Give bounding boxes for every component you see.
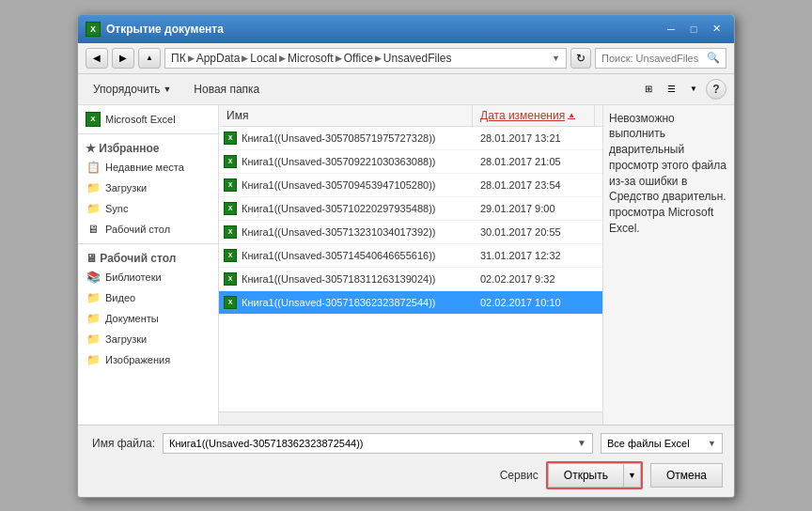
filetype-dropdown-arrow[interactable]: ▼: [708, 439, 716, 448]
filename-label: Имя файла:: [89, 437, 155, 450]
sidebar: X Microsoft Excel ★ Избранное 📋 Недавние…: [78, 105, 219, 425]
file-name-cell: X Книга1((Unsaved-305718362323872544)): [219, 293, 473, 312]
file-list-container: Имя Дата изменения ▲ Тип Разме X: [219, 105, 602, 425]
help-button[interactable]: ?: [706, 79, 726, 100]
file-type: Двоичный лист ...: [595, 154, 602, 169]
sidebar-item-sync[interactable]: 📁 Sync: [78, 198, 218, 219]
sidebar-item-downloads[interactable]: 📁 Загрузки: [78, 178, 218, 198]
sidebar-excel-label: Microsoft Excel: [105, 114, 176, 125]
table-row[interactable]: X Книга1((Unsaved-305708571975727328)) 2…: [219, 127, 602, 150]
sort-arrow: ▲: [568, 111, 575, 119]
search-box[interactable]: 🔍: [595, 48, 726, 69]
filetype-value: Все файлы Excel: [607, 438, 690, 449]
sidebar-item-documents[interactable]: 📁 Документы: [78, 308, 218, 329]
sidebar-divider-1: [78, 133, 218, 134]
col-header-date[interactable]: Дата изменения ▲: [473, 105, 595, 126]
file-icon: X: [223, 131, 238, 146]
filename-input[interactable]: Книга1((Unsaved-305718362323872544)) ▼: [163, 433, 593, 454]
view-icons: ⊞ ☰ ▼ ?: [638, 79, 726, 100]
action-row: Сервис Открыть ▼ Отмена: [89, 461, 723, 489]
up-button[interactable]: ▲: [138, 48, 161, 69]
maximize-button[interactable]: □: [683, 21, 704, 38]
sidebar-item-recent[interactable]: 📋 Недавние места: [78, 157, 218, 178]
file-icon: X: [223, 248, 238, 263]
path-local: Local: [250, 52, 277, 65]
filetype-combo[interactable]: Все файлы Excel ▼: [601, 433, 723, 454]
col-header-name[interactable]: Имя: [219, 105, 473, 126]
file-icon: X: [223, 295, 238, 310]
sidebar-images-label: Изображения: [105, 354, 170, 365]
back-button[interactable]: ◀: [86, 48, 108, 69]
table-row[interactable]: X Книга1((Unsaved-305710220297935488)) 2…: [219, 197, 602, 221]
file-name-cell: X Книга1((Unsaved-305709221030363088)): [219, 152, 473, 171]
sidebar-item-excel[interactable]: X Microsoft Excel: [78, 109, 218, 130]
file-type: Двоичный лист ...: [595, 225, 602, 240]
file-list-header: Имя Дата изменения ▲ Тип Разме: [219, 105, 602, 127]
file-name: Книга1((Unsaved-305713231034017392)): [242, 226, 435, 238]
col-header-type[interactable]: Тип: [595, 105, 602, 126]
file-icon: X: [223, 201, 238, 216]
sidebar-downloads-label: Загрузки: [105, 182, 147, 194]
path-box[interactable]: ПК ▶ AppData ▶ Local ▶ Microsoft ▶ Offic…: [164, 48, 567, 69]
view-dropdown-button[interactable]: ▼: [683, 79, 704, 100]
file-name: Книга1((Unsaved-305710220297935488)): [242, 203, 435, 214]
table-row[interactable]: X Книга1((Unsaved-305709453947105280)) 2…: [219, 174, 602, 197]
file-list: X Книга1((Unsaved-305708571975727328)) 2…: [219, 127, 602, 411]
table-row[interactable]: X Книга1((Unsaved-305709221030363088)) 2…: [219, 150, 602, 174]
sidebar-item-desktop[interactable]: 🖥 Рабочий стол: [78, 219, 218, 240]
sync-icon: 📁: [86, 201, 101, 216]
file-name-cell: X Книга1((Unsaved-305718311263139024)): [219, 270, 473, 288]
table-row[interactable]: X Книга1((Unsaved-305718311263139024)) 0…: [219, 268, 602, 291]
table-row[interactable]: X Книга1((Unsaved-305714540646655616)) 3…: [219, 244, 602, 268]
table-row[interactable]: X Книга1((Unsaved-305713231034017392)) 3…: [219, 221, 602, 244]
horizontal-scrollbar[interactable]: [219, 411, 602, 425]
sidebar-item-libraries[interactable]: 📚 Библиотеки: [78, 267, 218, 287]
new-folder-button[interactable]: Новая папка: [186, 78, 267, 101]
dialog-title: Открытие документа: [106, 23, 224, 36]
recent-icon: 📋: [86, 160, 101, 175]
file-type: Двоичный лист ...: [595, 201, 602, 216]
file-name: Книга1((Unsaved-305709453947105280)): [242, 179, 435, 191]
path-dropdown-arrow[interactable]: ▼: [552, 54, 560, 63]
view-grid-button[interactable]: ⊞: [638, 79, 659, 100]
sidebar-item-downloads2[interactable]: 📁 Загрузки: [78, 329, 218, 349]
file-type: Двоичный лист ...: [595, 131, 602, 146]
search-icon: 🔍: [707, 52, 720, 64]
file-date: 28.01.2017 23:54: [473, 178, 595, 193]
file-date: 02.02.2017 9:32: [473, 271, 595, 286]
cancel-button[interactable]: Отмена: [650, 463, 723, 488]
organize-button[interactable]: Упорядочить ▼: [86, 78, 179, 101]
path-appdata: AppData: [196, 52, 241, 65]
sidebar-sync-label: Sync: [105, 203, 128, 214]
address-bar: ◀ ▶ ▲ ПК ▶ AppData ▶ Local ▶ Microsoft ▶…: [78, 43, 734, 74]
sidebar-divider-2: [78, 243, 218, 244]
search-input[interactable]: [601, 53, 707, 64]
sidebar-item-video[interactable]: 📁 Видео: [78, 287, 218, 308]
filename-dropdown-arrow[interactable]: ▼: [577, 438, 586, 448]
new-folder-label: Новая папка: [194, 83, 259, 96]
path-unsavedfiles: UnsavedFiles: [383, 52, 452, 65]
open-dropdown-button[interactable]: ▼: [624, 463, 641, 488]
view-list-button[interactable]: ☰: [661, 79, 681, 100]
file-name: Книга1((Unsaved-305709221030363088)): [242, 156, 435, 167]
excel-icon: X: [86, 112, 101, 127]
favorites-label: ★ Избранное: [86, 142, 160, 155]
preview-panel: Невозможно выполнить дварительный просмо…: [602, 105, 734, 425]
file-date: 29.01.2017 9:00: [473, 201, 595, 216]
refresh-button[interactable]: ↻: [570, 48, 591, 69]
open-button[interactable]: Открыть: [548, 463, 624, 488]
minimize-button[interactable]: ─: [661, 21, 681, 38]
close-button[interactable]: ✕: [706, 21, 726, 38]
table-row[interactable]: X Книга1((Unsaved-305718362323872544)) 0…: [219, 291, 602, 315]
forward-button[interactable]: ▶: [112, 48, 134, 69]
sidebar-header-desktop: 🖥 Рабочий стол: [78, 248, 218, 267]
service-button[interactable]: Сервис: [500, 469, 539, 482]
sidebar-item-images[interactable]: 📁 Изображения: [78, 349, 218, 370]
title-bar: X Открытие документа ─ □ ✕: [78, 15, 734, 43]
file-type: Двоичный лист ...: [595, 295, 602, 310]
preview-text: Невозможно выполнить дварительный просмо…: [609, 112, 726, 236]
file-date: 28.01.2017 13:21: [473, 131, 595, 146]
file-date: 30.01.2017 20:55: [473, 225, 595, 240]
sidebar-recent-label: Недавние места: [105, 162, 184, 173]
file-name-cell: X Книга1((Unsaved-305714540646655616)): [219, 246, 473, 265]
